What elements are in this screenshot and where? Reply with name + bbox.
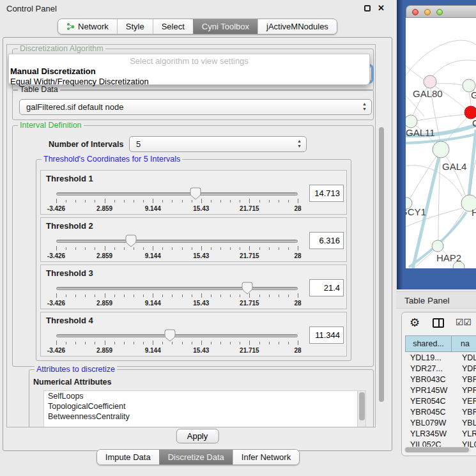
slider-track[interactable] xyxy=(56,240,298,243)
tab-network-label: Network xyxy=(78,22,109,31)
slider-ticks xyxy=(56,246,298,251)
table-header-row: shared... na xyxy=(405,335,476,352)
tab-infer-network[interactable]: Infer Network xyxy=(233,450,299,464)
slider-thumb[interactable] xyxy=(164,329,176,342)
algorithm-option-manual[interactable]: Manual Discretization xyxy=(9,66,369,76)
tab-style[interactable]: Style xyxy=(117,19,153,34)
group-title-table-data: Table Data xyxy=(18,85,60,94)
close-window-icon[interactable] xyxy=(412,9,418,15)
threshold-3-slider[interactable]: -3.4262.8599.14415.4321.71528 xyxy=(56,283,298,307)
table-panel: Table Panel ⚙ ☑☑ shared... na YDL19...YD… xyxy=(396,289,476,476)
table-horizontal-scrollbar[interactable] xyxy=(404,447,471,453)
slider-tick-labels: -3.4262.8599.14415.4321.71528 xyxy=(56,300,298,307)
group-title-interval-definition: Interval Definition xyxy=(18,121,84,130)
number-of-intervals-select[interactable]: 5 ▲▼ xyxy=(129,136,307,152)
node-hap2[interactable] xyxy=(432,240,443,252)
column-header-name[interactable]: na xyxy=(452,335,476,352)
numerical-attributes-list[interactable]: SelfLoops TopologicalCoefficient Between… xyxy=(43,390,366,427)
tab-network[interactable]: Network xyxy=(58,19,117,34)
panel-title: Control Panel xyxy=(6,4,57,13)
table-row[interactable]: YLR345WYLR3 xyxy=(405,428,476,439)
threshold-3-value-field[interactable] xyxy=(309,279,344,296)
gear-icon[interactable]: ⚙ xyxy=(410,316,420,330)
table-data-select[interactable]: galFiltered.sif default node ▲▼ xyxy=(19,99,372,115)
tab-select-label: Select xyxy=(162,22,185,31)
node-gal11[interactable] xyxy=(406,115,417,128)
float-window-icon[interactable] xyxy=(364,5,371,12)
number-of-intervals-label: Number of Intervals xyxy=(49,140,123,149)
control-panel: Control Panel ✕ Network Style Select Cyn… xyxy=(0,0,395,476)
network-window-titlebar[interactable] xyxy=(406,5,476,18)
cell: YDR27... xyxy=(405,364,452,373)
table-row[interactable]: YPR145WYPR1 xyxy=(405,385,476,395)
table-panel-title: Table Panel xyxy=(404,296,450,305)
threshold-4-slider[interactable]: -3.4262.8599.14415.4321.71528 xyxy=(56,330,298,355)
tab-select[interactable]: Select xyxy=(153,19,193,34)
slider-tick-labels: -3.4262.8599.14415.4321.71528 xyxy=(56,205,298,213)
control-panel-titlebar: Control Panel ✕ xyxy=(0,0,395,17)
threshold-4-row: Threshold 4 -3.4262.8599.14415.4321.7152… xyxy=(40,312,347,357)
slider-tick-labels: -3.4262.8599.14415.4321.71528 xyxy=(56,252,298,260)
apply-button[interactable]: Apply xyxy=(176,429,219,443)
discretize-data-pane: Discretization Algorithm ▲▼ Select algor… xyxy=(6,44,376,427)
threshold-4-label: Threshold 4 xyxy=(46,316,93,325)
node-gal4[interactable] xyxy=(433,141,449,158)
panel-scrollbar[interactable] xyxy=(378,44,385,427)
cell: YDR2 xyxy=(452,364,476,373)
list-scrollbar-thumb[interactable] xyxy=(359,392,365,420)
list-item[interactable]: TopologicalCoefficient xyxy=(44,401,365,411)
number-of-intervals-value: 5 xyxy=(136,139,141,149)
tab-discretize-data[interactable]: Discretize Data xyxy=(159,450,233,464)
minimize-window-icon[interactable] xyxy=(424,9,431,15)
select-columns-icons[interactable]: ☑☑ xyxy=(456,317,472,327)
algorithm-option-equal-width[interactable]: Equal Width/Frequency Discretization xyxy=(9,76,369,86)
threshold-1-row: Threshold 1 -3.4262.8599.14415.4321.7152… xyxy=(40,170,347,215)
table-row[interactable]: YDR27...YDR2 xyxy=(405,363,476,374)
node-label-gal4: GAL4 xyxy=(442,161,466,172)
table-row[interactable]: YER054CYER0 xyxy=(405,395,476,406)
column-header-shared-name[interactable]: shared... xyxy=(405,335,452,352)
threshold-4-value-field[interactable] xyxy=(309,326,344,344)
threshold-2-label: Threshold 2 xyxy=(46,221,93,231)
network-canvas[interactable]: GAL80 G. C GAL11 GAL4 GCY1 H HAP2 xyxy=(406,18,476,268)
threshold-1-label: Threshold 1 xyxy=(46,174,93,183)
threshold-2-slider[interactable]: -3.4262.8599.14415.4321.71528 xyxy=(56,236,298,260)
cell: YLR345W xyxy=(405,429,452,438)
slider-track[interactable] xyxy=(56,287,298,290)
list-scrollbar[interactable] xyxy=(357,391,365,427)
node-label-partial-c: C xyxy=(472,118,476,128)
slider-thumb[interactable] xyxy=(190,187,201,200)
tab-impute-data[interactable]: Impute Data xyxy=(97,450,159,464)
cell: YDL1 xyxy=(452,353,476,362)
threshold-3-label: Threshold 3 xyxy=(46,268,93,278)
table-row[interactable]: YDL19...YDL1 xyxy=(405,352,476,363)
table-horizontal-scrollbar-thumb[interactable] xyxy=(405,447,469,452)
list-item[interactable]: SelfLoops xyxy=(44,391,365,401)
slider-track[interactable] xyxy=(56,334,298,337)
node-table: shared... na YDL19...YDL1 YDR27...YDR2 Y… xyxy=(405,335,476,450)
cell: YBR0 xyxy=(452,375,476,384)
threshold-1-value-field[interactable] xyxy=(309,185,344,202)
table-row[interactable]: YBL079WYBL0 xyxy=(405,417,476,428)
list-item[interactable]: BetweennessCentrality xyxy=(44,411,365,422)
panel-scrollbar-thumb[interactable] xyxy=(379,127,384,402)
tab-jactivemnodules-label: jActiveMNodules xyxy=(266,22,328,31)
cell: YDL19... xyxy=(405,353,452,362)
slider-thumb[interactable] xyxy=(242,282,253,295)
node-selected-red[interactable] xyxy=(464,106,476,119)
node-gal80[interactable] xyxy=(424,75,436,88)
network-view-window[interactable]: GAL80 G. C GAL11 GAL4 GCY1 H HAP2 xyxy=(397,0,476,289)
tab-jactivemnodules[interactable]: jActiveMNodules xyxy=(257,19,337,34)
threshold-1-slider[interactable]: -3.4262.8599.14415.4321.71528 xyxy=(56,188,298,213)
slider-track[interactable] xyxy=(56,192,298,196)
threshold-2-value-field[interactable] xyxy=(309,232,344,249)
cyni-toolbox-pane: Discretization Algorithm ▲▼ Select algor… xyxy=(3,37,392,451)
close-icon[interactable]: ✕ xyxy=(378,3,385,13)
table-row[interactable]: YBR043CYBR0 xyxy=(405,374,476,385)
zoom-window-icon[interactable] xyxy=(436,9,443,15)
slider-thumb[interactable] xyxy=(125,234,137,247)
tab-discretize-data-label: Discretize Data xyxy=(168,452,224,462)
columns-icon[interactable] xyxy=(433,318,444,328)
tab-cyni-toolbox[interactable]: Cyni Toolbox xyxy=(193,19,257,34)
table-row[interactable]: YBR045CYBR0 xyxy=(405,406,476,417)
